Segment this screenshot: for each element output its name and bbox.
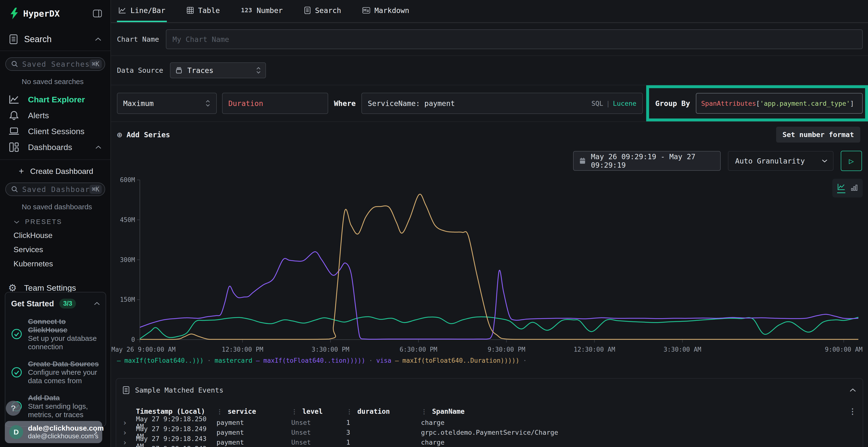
sidebar-item-chart-explorer[interactable]: Chart Explorer xyxy=(0,92,111,107)
kebab-menu-icon[interactable]: ⋮ xyxy=(849,407,857,416)
circle-plus-icon: ⊕ xyxy=(117,130,122,140)
group-by-input[interactable]: SpanAttributes['app.payment.card_type'] xyxy=(696,93,863,114)
column-header-duration[interactable]: ⋮duration xyxy=(346,408,421,415)
lucene-toggle[interactable]: Lucene xyxy=(613,100,637,107)
svg-text:6:30:00 PM: 6:30:00 PM xyxy=(400,346,437,353)
presets-toggle[interactable]: PRESETS xyxy=(0,211,111,226)
saved-searches-input[interactable] xyxy=(22,60,89,68)
team-settings-item[interactable]: ⚙ Team Settings xyxy=(0,268,111,294)
legend-part[interactable]: · xyxy=(523,357,527,364)
svg-text:12:30:00 AM: 12:30:00 AM xyxy=(574,346,615,353)
tab-search[interactable]: Search xyxy=(303,0,343,22)
tab-line-bar[interactable]: Line/Bar xyxy=(117,0,167,22)
tab-label: Search xyxy=(315,6,341,15)
column-header-spanname[interactable]: ⋮SpanName xyxy=(421,408,849,415)
field-input[interactable]: Duration xyxy=(222,93,328,114)
sidebar-section-search[interactable]: Search xyxy=(0,27,111,50)
column-drag-icon[interactable]: ⋮ xyxy=(346,408,352,415)
row-expand-icon[interactable]: › xyxy=(123,418,136,427)
no-saved-searches-text: No saved searches xyxy=(0,71,111,86)
legend-part[interactable]: · xyxy=(207,357,211,364)
chart-display-toggle xyxy=(832,179,863,198)
timeseries-chart[interactable]: 0150M300M450M600MMay 26 9:00:00 AM12:30:… xyxy=(111,177,868,356)
where-input[interactable]: ServiceName: payment SQL|Lucene xyxy=(362,93,643,114)
set-number-format-button[interactable]: Set number format xyxy=(776,127,860,143)
step-desc: Start sending logs, metrics, or traces xyxy=(28,402,100,419)
column-header-timestamp[interactable]: Timestamp (Local) xyxy=(136,408,217,415)
column-header-level[interactable]: ⋮level xyxy=(291,408,346,415)
collapse-sidebar-icon[interactable] xyxy=(93,9,102,18)
legend-part[interactable]: — xyxy=(395,357,399,364)
user-menu[interactable]: D dale@clickhouse.com dale@clickhouse.co… xyxy=(5,421,102,443)
add-series-label: Add Series xyxy=(127,131,170,139)
search-icon xyxy=(11,186,18,193)
laptop-icon xyxy=(9,127,19,136)
row-expand-icon[interactable]: › xyxy=(123,428,136,437)
preset-services[interactable]: Services xyxy=(0,240,111,254)
create-dashboard-button[interactable]: + Create Dashboard xyxy=(0,160,111,176)
traces-source-icon xyxy=(175,67,183,74)
run-query-button[interactable]: ▷ xyxy=(841,151,862,171)
preset-clickhouse[interactable]: ClickHouse xyxy=(0,226,111,240)
avatar: D xyxy=(9,425,23,439)
cell-spanname: grpc.oteldemo.PaymentService/Charge xyxy=(421,429,857,436)
legend-part[interactable]: visa xyxy=(376,357,392,364)
get-started-item[interactable]: Connect to ClickHouse Set up your databa… xyxy=(11,317,100,351)
sidebar-item-client-sessions[interactable]: Client Sessions xyxy=(0,123,111,139)
preset-kubernetes[interactable]: Kubernetes xyxy=(0,254,111,268)
chart-legend[interactable]: —maxIf(toFloat640..)))·mastercard—maxIf(… xyxy=(117,357,527,364)
chevron-up-icon[interactable] xyxy=(849,388,857,392)
tab-label: Table xyxy=(198,6,220,15)
column-drag-icon[interactable]: ⋮ xyxy=(291,408,298,415)
aggregation-select[interactable]: Maximum xyxy=(117,93,217,114)
chevron-up-icon[interactable] xyxy=(94,302,100,306)
chart-name-input[interactable] xyxy=(166,29,863,49)
saved-dashboards-input[interactable] xyxy=(22,185,89,194)
saved-dashboards-search[interactable]: ⌘K xyxy=(5,182,105,196)
column-drag-icon[interactable]: ⋮ xyxy=(217,408,223,415)
column-drag-icon[interactable]: ⋮ xyxy=(421,408,427,415)
add-series-button[interactable]: ⊕ Add Series xyxy=(117,130,170,140)
line-chart-toggle[interactable] xyxy=(837,183,845,193)
event-row[interactable]: › May 27 9:29:18.250 AM payment Unset 1 … xyxy=(123,418,857,427)
legend-part[interactable]: maxIf(toFloat640..tion))))) xyxy=(263,357,365,364)
column-header-service[interactable]: ⋮service xyxy=(217,408,291,415)
get-started-item[interactable]: Create Data Sources Configure where your… xyxy=(11,359,100,385)
field-value: Duration xyxy=(228,99,263,108)
svg-text:150M: 150M xyxy=(120,296,135,303)
chevron-up-icon[interactable] xyxy=(95,145,102,149)
chevron-up-icon[interactable] xyxy=(94,37,102,41)
no-saved-dashboards-text: No saved dashboards xyxy=(0,196,111,211)
svg-text:9:30:00 PM: 9:30:00 PM xyxy=(488,346,525,353)
legend-part[interactable]: · xyxy=(369,357,373,364)
bar-chart-toggle[interactable] xyxy=(850,184,858,192)
tab-number[interactable]: 123 Number xyxy=(240,0,284,22)
granularity-select[interactable]: Auto Granularity xyxy=(728,151,834,171)
tab-markdown[interactable]: Markdown xyxy=(361,0,411,22)
sql-toggle[interactable]: SQL xyxy=(591,100,603,107)
bracket: [ xyxy=(756,100,760,107)
date-range-value: May 26 09:29:19 - May 27 09:29:19 xyxy=(591,152,714,169)
sidebar-item-alerts[interactable]: Alerts xyxy=(0,107,111,123)
step-title: Add Data xyxy=(28,393,100,402)
legend-part[interactable]: maxIf(toFloat640..Duration))))) xyxy=(402,357,519,364)
saved-searches-search[interactable]: ⌘K xyxy=(5,57,105,71)
search-doc-icon xyxy=(9,34,18,44)
event-row[interactable]: › May 27 9:29:18.249 AM payment Unset 3 … xyxy=(123,427,857,437)
date-range-picker[interactable]: May 26 09:29:19 - May 27 09:29:19 xyxy=(573,151,721,171)
step-title: Create Data Sources xyxy=(28,359,100,368)
data-source-select[interactable]: Traces xyxy=(170,62,266,78)
chevron-down-icon xyxy=(822,159,828,163)
tab-table[interactable]: Table xyxy=(185,0,221,22)
help-button[interactable]: ? xyxy=(6,401,21,416)
legend-part[interactable]: — xyxy=(117,357,121,364)
event-row[interactable]: › May 27 9:29:18.243 AM payment Unset 1 … xyxy=(123,437,857,447)
legend-part[interactable]: maxIf(toFloat640..))) xyxy=(124,357,204,364)
check-circle-icon xyxy=(11,329,22,340)
legend-part[interactable]: — xyxy=(256,357,260,364)
cmdk-shortcut: ⌘K xyxy=(89,185,102,194)
sidebar-item-dashboards[interactable]: Dashboards xyxy=(0,139,111,155)
row-expand-icon[interactable]: › xyxy=(123,438,136,447)
get-started-item[interactable]: Add Data Start sending logs, metrics, or… xyxy=(11,393,100,419)
legend-part[interactable]: mastercard xyxy=(215,357,252,364)
